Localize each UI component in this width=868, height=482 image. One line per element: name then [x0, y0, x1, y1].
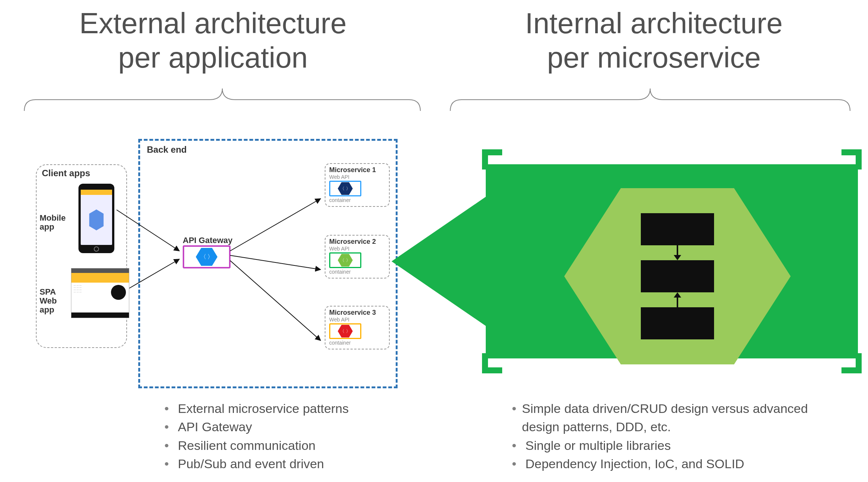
api-gateway-hex-icon: 〈 〉: [183, 245, 231, 268]
backend-panel: Back end API Gateway 〈 〉 Microservice 1 …: [138, 139, 398, 388]
list-item: •Resilient communication: [164, 436, 404, 455]
client-apps-panel: Client apps Mobile app SPA Web app — — —…: [36, 164, 127, 348]
internal-layer-block: [641, 260, 714, 292]
title-internal-line2: per microservice: [441, 41, 867, 75]
microservice-3-title: Microservice 3: [329, 309, 385, 317]
internal-bullets-list: •Simple data driven/CRUD design versus a…: [512, 399, 848, 473]
microservice-1-subtitle: Web API: [329, 174, 385, 180]
internal-layer-block: [641, 213, 714, 245]
microservice-3-box: Microservice 3 Web API 〈 〉 container: [325, 306, 390, 349]
bullet-text: Pub/Sub and event driven: [178, 455, 324, 473]
mobile-phone-icon: [78, 184, 114, 253]
arrow-up-icon: [673, 292, 682, 307]
title-external-line1: External architecture: [0, 7, 426, 40]
internal-green-bar: [486, 164, 858, 358]
internal-microservice-panel: [482, 149, 862, 373]
api-gateway-group: API Gateway 〈 〉: [183, 236, 232, 268]
bullet-text: Simple data driven/CRUD design versus ad…: [522, 399, 848, 436]
bullet-text: External microservice patterns: [178, 399, 349, 418]
browser-window-icon: — — —— — —— — —— — —: [71, 268, 129, 318]
microservice-2-hex-icon: 〈 〉: [329, 252, 361, 268]
microservice-1-title: Microservice 1: [329, 166, 385, 174]
list-item: •API Gateway: [164, 418, 404, 436]
external-bullets-list: •External microservice patterns •API Gat…: [164, 399, 404, 473]
mobile-app-label: Mobile app: [40, 214, 72, 231]
bullet-text: Dependency Injection, IoC, and SOLID: [525, 455, 744, 473]
list-item: •Dependency Injection, IoC, and SOLID: [512, 455, 848, 473]
brace-right-icon: [448, 87, 852, 113]
microservice-2-title: Microservice 2: [329, 238, 385, 246]
api-gateway-label: API Gateway: [183, 236, 232, 245]
list-item: •Pub/Sub and event driven: [164, 455, 404, 473]
microservice-3-footer: container: [329, 340, 385, 346]
microservice-3-hex-icon: 〈 〉: [329, 323, 361, 339]
internal-layer-block: [641, 307, 714, 339]
arrow-down-icon: [673, 245, 682, 260]
brace-left-icon: [22, 87, 422, 113]
list-item: •Simple data driven/CRUD design versus a…: [512, 399, 848, 436]
list-item: •Single or multiple libraries: [512, 436, 848, 455]
zoom-pointer-icon: [392, 196, 487, 327]
microservice-1-footer: container: [329, 197, 385, 203]
microservice-3-subtitle: Web API: [329, 317, 385, 323]
bullet-text: API Gateway: [178, 418, 252, 436]
spa-web-app-label: SPA Web app: [40, 287, 69, 315]
internal-hexagon-icon: [564, 188, 791, 364]
microservice-2-footer: container: [329, 269, 385, 275]
microservice-1-box: Microservice 1 Web API 〈 〉 container: [325, 163, 390, 207]
microservice-2-box: Microservice 2 Web API 〈 〉 container: [325, 235, 390, 279]
title-external-line2: per application: [0, 41, 426, 75]
title-internal-line1: Internal architecture: [441, 7, 867, 40]
client-apps-title: Client apps: [42, 168, 90, 178]
list-item: •External microservice patterns: [164, 399, 404, 418]
microservice-2-subtitle: Web API: [329, 246, 385, 252]
microservice-1-hex-icon: 〈 〉: [329, 181, 361, 196]
bullet-text: Resilient communication: [178, 436, 316, 455]
backend-title: Back end: [147, 144, 187, 155]
bullet-text: Single or multiple libraries: [525, 436, 671, 455]
